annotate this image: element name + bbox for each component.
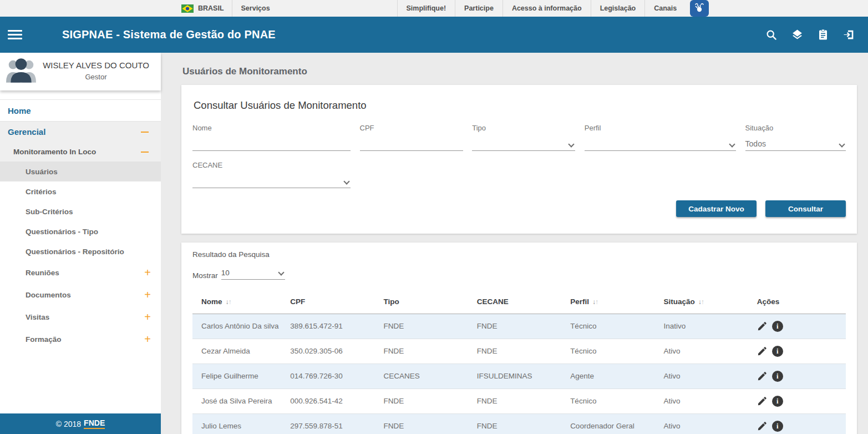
cecane-select[interactable] bbox=[192, 176, 351, 188]
info-icon[interactable]: i bbox=[772, 346, 783, 357]
logout-icon[interactable] bbox=[843, 29, 855, 41]
sidebar-nav: Home Gerencial Monitoramento In Loco Usu… bbox=[0, 99, 161, 350]
column-header-nome[interactable]: Nome↓↑ bbox=[192, 291, 286, 314]
sidebar-item-reunioes[interactable]: Reuniões + bbox=[0, 261, 161, 284]
sort-icon: ↓↑ bbox=[698, 298, 704, 306]
column-header-situacao[interactable]: Situação↓↑ bbox=[659, 291, 752, 314]
govbar-item-legislacao[interactable]: Legislação bbox=[591, 0, 645, 17]
sidebar-item-usuarios[interactable]: Usuários bbox=[0, 162, 161, 181]
results-card: Resultado da Pesquisa Mostrar 10 Nome↓↑ … bbox=[181, 243, 857, 434]
cell-cecane: IFSULDEMINAS bbox=[473, 364, 566, 389]
sidebar-item-documentos[interactable]: Documentos + bbox=[0, 284, 161, 306]
user-name: WISLEY ALVES DO COUTO bbox=[37, 60, 155, 71]
expand-plus-icon[interactable]: + bbox=[144, 311, 151, 322]
govbar-item-canais[interactable]: Canais bbox=[644, 0, 686, 17]
edit-pencil-icon[interactable] bbox=[757, 396, 767, 406]
cell-nome: Cezar Almeida bbox=[192, 339, 286, 364]
sidebar-item-label: Reuniões bbox=[26, 269, 59, 277]
clipboard-icon[interactable] bbox=[818, 29, 829, 41]
cpf-input[interactable] bbox=[360, 139, 463, 150]
column-header-acoes: Ações bbox=[753, 291, 846, 314]
perfil-label: Perfil bbox=[585, 124, 736, 132]
govbar-item-participe[interactable]: Participe bbox=[455, 0, 502, 17]
govbar-item-acesso-informacao[interactable]: Acesso à informação bbox=[502, 0, 591, 17]
sidebar-item-label: Formação bbox=[26, 335, 62, 344]
perfil-select[interactable] bbox=[585, 139, 736, 151]
sidebar-item-visitas[interactable]: Visitas + bbox=[0, 306, 161, 328]
info-icon[interactable]: i bbox=[772, 321, 783, 332]
info-icon[interactable]: i bbox=[772, 421, 783, 432]
main-area: Usuários de Monitoramento Consultar Usuá… bbox=[161, 53, 868, 434]
sidebar-item-criterios[interactable]: Critérios bbox=[0, 181, 161, 201]
govbar-item-simplifique[interactable]: Simplifique! bbox=[397, 0, 455, 17]
cell-situacao: Ativo bbox=[659, 339, 752, 364]
column-label: Nome bbox=[201, 297, 222, 306]
expand-plus-icon[interactable]: + bbox=[144, 334, 151, 345]
govbar-item-servicos[interactable]: Serviços bbox=[232, 0, 397, 17]
sidebar-item-gerencial[interactable]: Gerencial bbox=[0, 122, 161, 142]
tipo-select[interactable] bbox=[472, 139, 575, 151]
field-situacao: Situação Todos bbox=[745, 124, 846, 151]
expand-plus-icon[interactable]: + bbox=[144, 267, 151, 278]
info-icon[interactable]: i bbox=[772, 396, 783, 407]
nome-input[interactable] bbox=[192, 139, 351, 150]
cadastrar-novo-button[interactable]: Cadastrar Novo bbox=[676, 200, 757, 217]
sidebar-item-label: Documentos bbox=[26, 291, 71, 299]
layers-icon[interactable] bbox=[791, 29, 803, 41]
table-row: Felipe Guilherme 014.769.726-30 CECANES … bbox=[192, 364, 846, 389]
sidebar-item-label: Questionários - Repositório bbox=[26, 248, 124, 256]
results-title: Resultado da Pesquisa bbox=[192, 250, 846, 259]
sidebar-item-formacao[interactable]: Formação + bbox=[0, 328, 161, 350]
cell-nome: Carlos Antônio Da silva bbox=[192, 314, 286, 339]
sidebar-footer: © 2018 FNDE bbox=[0, 413, 161, 434]
cell-acoes: i bbox=[753, 339, 846, 364]
app-title: SIGPNAE - Sistema de Gestão do PNAE bbox=[62, 28, 276, 41]
cell-cecane: FNDE bbox=[473, 414, 566, 434]
table-row: Carlos Antônio Da silva 389.615.472-91 F… bbox=[192, 314, 846, 339]
sidebar-item-sub-criterios[interactable]: Sub-Critérios bbox=[0, 201, 161, 221]
sidebar-item-home[interactable]: Home bbox=[0, 99, 161, 122]
chevron-down-icon bbox=[568, 141, 575, 147]
column-header-tipo: Tipo bbox=[379, 291, 473, 314]
sidebar-item-label: Gerencial bbox=[8, 127, 45, 137]
fnde-link[interactable]: FNDE bbox=[84, 418, 105, 429]
situacao-select[interactable]: Todos bbox=[745, 139, 846, 151]
menu-hamburger-icon[interactable] bbox=[8, 28, 22, 42]
cell-cpf: 350.029.305-06 bbox=[286, 339, 379, 364]
cell-tipo: CECANES bbox=[379, 364, 473, 389]
cell-situacao: Ativo bbox=[659, 364, 752, 389]
collapse-minus-icon[interactable] bbox=[141, 132, 149, 133]
edit-pencil-icon[interactable] bbox=[757, 321, 767, 331]
sidebar-item-questionarios-tipo[interactable]: Questionários - Tipo bbox=[0, 221, 161, 241]
sidebar-item-questionarios-repositorio[interactable]: Questionários - Repositório bbox=[0, 241, 161, 261]
search-card: Consultar Usuários de Monitoramento Nome… bbox=[181, 85, 857, 234]
sidebar-item-monitoramento-in-loco[interactable]: Monitoramento In Loco bbox=[0, 142, 161, 162]
consultar-button[interactable]: Consultar bbox=[765, 200, 846, 217]
cell-perfil: Técnico bbox=[566, 314, 659, 339]
edit-pencil-icon[interactable] bbox=[757, 421, 767, 431]
search-icon[interactable] bbox=[766, 29, 777, 41]
edit-pencil-icon[interactable] bbox=[757, 371, 767, 381]
user-info: WISLEY ALVES DO COUTO Gestor bbox=[37, 57, 155, 81]
info-icon[interactable]: i bbox=[772, 371, 783, 382]
sidebar-item-label: Monitoramento In Loco bbox=[13, 148, 96, 156]
table-row: José da Silva Pereira 000.926.541-42 FND… bbox=[192, 389, 846, 414]
chevron-down-icon bbox=[729, 141, 735, 147]
govbar-brasil-link[interactable]: BRASIL bbox=[174, 0, 232, 17]
column-header-perfil[interactable]: Perfil↓↑ bbox=[566, 291, 659, 314]
edit-pencil-icon[interactable] bbox=[757, 346, 767, 356]
cell-tipo: FNDE bbox=[379, 339, 473, 364]
table-row: Cezar Almeida 350.029.305-06 FNDE FNDE T… bbox=[192, 339, 846, 364]
sort-icon: ↓↑ bbox=[226, 298, 231, 306]
page-size-select[interactable]: 10 bbox=[221, 269, 285, 280]
column-label: CPF bbox=[290, 297, 305, 306]
govbar-item-label: Serviços bbox=[241, 4, 270, 12]
vlibras-accessibility-button[interactable] bbox=[690, 0, 709, 17]
column-label: Tipo bbox=[384, 297, 399, 306]
collapse-minus-icon[interactable] bbox=[141, 152, 149, 153]
user-panel: WISLEY ALVES DO COUTO Gestor bbox=[0, 53, 161, 90]
chevron-down-icon bbox=[839, 141, 845, 147]
cell-tipo: FNDE bbox=[379, 414, 473, 434]
expand-plus-icon[interactable]: + bbox=[144, 289, 151, 300]
search-buttons: Cadastrar Novo Consultar bbox=[192, 200, 846, 217]
